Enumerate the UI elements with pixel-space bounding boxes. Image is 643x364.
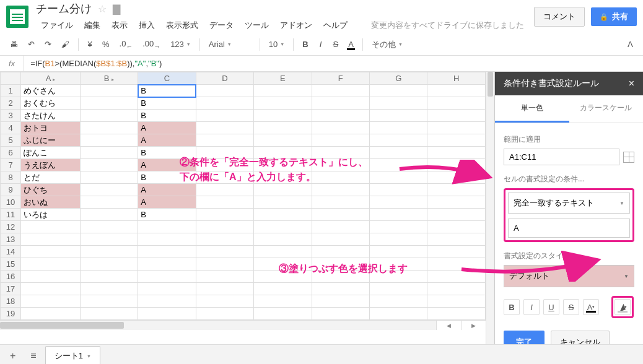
row-header[interactable]: 8 xyxy=(1,171,21,184)
cell[interactable] xyxy=(80,221,138,233)
cell[interactable] xyxy=(427,97,486,110)
row-header[interactable]: 12 xyxy=(1,221,21,233)
row-header[interactable]: 17 xyxy=(1,283,21,295)
cell[interactable] xyxy=(369,122,427,134)
cell[interactable]: B xyxy=(138,147,196,159)
cell[interactable] xyxy=(369,271,427,283)
cell[interactable] xyxy=(254,159,312,171)
cell[interactable] xyxy=(312,122,369,134)
cell[interactable] xyxy=(427,184,486,196)
cell[interactable] xyxy=(254,85,312,97)
cell[interactable] xyxy=(196,122,253,134)
cell[interactable] xyxy=(196,147,253,159)
sheet-tab[interactable]: シート1 xyxy=(45,346,100,364)
cell[interactable] xyxy=(427,209,486,221)
cell[interactable] xyxy=(138,233,196,246)
cell[interactable] xyxy=(312,110,369,122)
cell[interactable] xyxy=(21,258,81,271)
cell[interactable]: ぽんこ xyxy=(21,147,81,159)
cell[interactable] xyxy=(196,184,253,196)
currency-button[interactable]: ¥ xyxy=(84,37,96,51)
cell[interactable] xyxy=(254,295,312,308)
cell[interactable] xyxy=(369,295,427,308)
cell[interactable] xyxy=(369,233,427,246)
menu-view[interactable]: 表示 xyxy=(107,19,133,32)
menu-addons[interactable]: アドオン xyxy=(275,19,317,32)
cell[interactable] xyxy=(196,258,253,271)
condition-value-input[interactable] xyxy=(508,219,630,238)
cell[interactable] xyxy=(254,196,312,209)
cell[interactable] xyxy=(254,184,312,196)
done-button[interactable]: 完了 xyxy=(504,331,545,344)
cell[interactable] xyxy=(80,246,138,258)
cell[interactable] xyxy=(80,171,138,184)
cell[interactable] xyxy=(312,246,369,258)
cell[interactable] xyxy=(80,85,138,97)
cell[interactable] xyxy=(369,221,427,233)
cell[interactable] xyxy=(369,134,427,147)
menu-edit[interactable]: 編集 xyxy=(79,19,105,32)
all-sheets-button[interactable]: ≡ xyxy=(24,347,42,365)
col-header-D[interactable]: D xyxy=(196,72,253,85)
scroll-left-icon[interactable]: ◀ xyxy=(436,321,461,330)
row-header[interactable]: 3 xyxy=(1,110,21,122)
row-header[interactable]: 6 xyxy=(1,147,21,159)
cell[interactable] xyxy=(369,110,427,122)
cell[interactable] xyxy=(80,122,138,134)
close-icon[interactable]: × xyxy=(629,78,634,89)
cell[interactable] xyxy=(312,221,369,233)
cell[interactable] xyxy=(80,283,138,295)
spreadsheet-grid[interactable]: A ▸B ▸CDEFGH1めぐさんB2おくむらB3さたけんB4おトヨA5ふじにー… xyxy=(0,72,486,320)
fmt-fill-color-button[interactable]: ◢ ▾ xyxy=(615,299,631,315)
col-header-C[interactable]: C xyxy=(138,72,196,85)
menu-tools[interactable]: ツール xyxy=(240,19,274,32)
cell[interactable] xyxy=(138,221,196,233)
cell[interactable] xyxy=(369,97,427,110)
dec-decrease-button[interactable]: .0← xyxy=(116,37,137,53)
cell[interactable] xyxy=(427,233,486,246)
cell[interactable] xyxy=(21,271,81,283)
fmt-strike-button[interactable]: S xyxy=(563,299,579,315)
col-header-H[interactable]: H xyxy=(427,72,486,85)
cell[interactable] xyxy=(196,85,253,97)
cell[interactable] xyxy=(254,147,312,159)
cell[interactable] xyxy=(427,85,486,97)
cell[interactable] xyxy=(254,110,312,122)
cell[interactable] xyxy=(80,258,138,271)
cell[interactable] xyxy=(138,308,196,320)
cell[interactable] xyxy=(427,122,486,134)
chevron-up-icon[interactable]: ᐱ xyxy=(624,37,637,51)
cell[interactable] xyxy=(21,221,81,233)
cell[interactable] xyxy=(196,196,253,209)
cell[interactable] xyxy=(254,308,312,320)
cell[interactable] xyxy=(312,258,369,271)
cell[interactable] xyxy=(21,283,81,295)
cell[interactable] xyxy=(196,209,253,221)
cell[interactable]: とだ xyxy=(21,171,81,184)
cell[interactable] xyxy=(196,110,253,122)
cell[interactable] xyxy=(427,308,486,320)
cell[interactable] xyxy=(312,184,369,196)
font-dropdown[interactable]: Arial xyxy=(205,37,255,51)
strike-button[interactable]: S xyxy=(330,37,343,51)
menu-file[interactable]: ファイル xyxy=(36,19,78,32)
cell[interactable] xyxy=(138,283,196,295)
cell[interactable] xyxy=(196,283,253,295)
cell[interactable] xyxy=(427,271,486,283)
cell[interactable] xyxy=(427,258,486,271)
cell[interactable] xyxy=(138,295,196,308)
dec-increase-button[interactable]: .00→ xyxy=(139,37,164,53)
share-button[interactable]: 🔒共有 xyxy=(591,7,637,26)
cell[interactable]: A xyxy=(138,196,196,209)
cell[interactable] xyxy=(80,110,138,122)
italic-button[interactable]: I xyxy=(315,37,327,51)
row-header[interactable]: 13 xyxy=(1,233,21,246)
menu-data[interactable]: データ xyxy=(204,19,238,32)
row-header[interactable]: 18 xyxy=(1,295,21,308)
cancel-button[interactable]: キャンセル xyxy=(551,331,610,344)
star-icon[interactable]: ☆ xyxy=(98,3,107,15)
cell[interactable] xyxy=(312,147,369,159)
horizontal-scrollbar[interactable] xyxy=(0,321,436,330)
cell[interactable] xyxy=(369,159,427,171)
menu-help[interactable]: ヘルプ xyxy=(318,19,352,32)
